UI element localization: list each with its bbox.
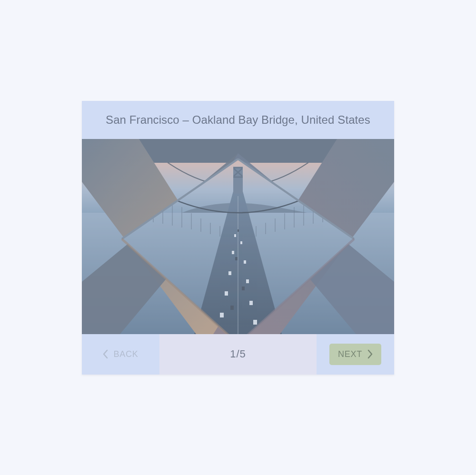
image-title: San Francisco – Oakland Bay Bridge, Unit… xyxy=(91,113,385,127)
svg-rect-62 xyxy=(242,287,245,290)
svg-rect-55 xyxy=(246,279,249,283)
back-button-label: BACK xyxy=(113,349,138,359)
stepper-controls: BACK 1 / 5 NEXT xyxy=(82,334,394,375)
svg-rect-53 xyxy=(244,260,246,264)
chevron-left-icon xyxy=(103,349,109,359)
svg-rect-61 xyxy=(235,257,238,260)
svg-rect-50 xyxy=(234,234,236,237)
svg-rect-52 xyxy=(232,251,234,254)
control-left: BACK xyxy=(82,334,159,375)
step-indicator: 1 / 5 xyxy=(159,334,317,375)
svg-rect-58 xyxy=(220,313,224,317)
stepper-card: San Francisco – Oakland Bay Bridge, Unit… xyxy=(82,101,394,375)
step-separator: / xyxy=(236,348,239,360)
next-button[interactable]: NEXT xyxy=(329,344,381,365)
svg-rect-60 xyxy=(238,229,239,232)
card-header: San Francisco – Oakland Bay Bridge, Unit… xyxy=(82,101,394,139)
svg-rect-63 xyxy=(230,306,234,310)
next-button-label: NEXT xyxy=(338,349,362,359)
chevron-right-icon xyxy=(367,349,373,359)
svg-rect-57 xyxy=(249,301,253,305)
image-viewport xyxy=(82,139,394,334)
svg-rect-54 xyxy=(228,271,231,275)
bridge-image xyxy=(82,139,394,334)
svg-rect-56 xyxy=(225,291,228,296)
step-total: 5 xyxy=(240,348,246,360)
step-current: 1 xyxy=(230,348,236,360)
back-button[interactable]: BACK xyxy=(94,344,147,365)
svg-rect-59 xyxy=(253,320,257,325)
control-right: NEXT xyxy=(317,334,394,375)
svg-rect-51 xyxy=(240,241,242,244)
